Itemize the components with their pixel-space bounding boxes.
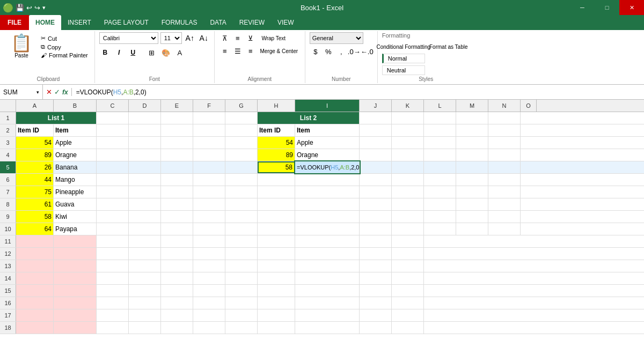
cell-g7[interactable] bbox=[225, 186, 258, 198]
cell-e15[interactable] bbox=[161, 285, 193, 297]
tab-file[interactable]: FILE bbox=[0, 15, 29, 30]
cell-e17[interactable] bbox=[161, 309, 193, 321]
tab-insert[interactable]: INSERT bbox=[61, 15, 98, 30]
cell-d4[interactable] bbox=[129, 149, 161, 161]
cell-l10[interactable] bbox=[424, 223, 456, 235]
cell-i6[interactable] bbox=[295, 174, 360, 186]
increase-decimal-btn[interactable]: .0→ bbox=[348, 46, 360, 57]
cell-c16[interactable] bbox=[97, 297, 129, 309]
window-controls[interactable]: ─ □ ✕ bbox=[570, 0, 644, 15]
cell-k6[interactable] bbox=[392, 174, 424, 186]
copy-button[interactable]: ⧉ Copy bbox=[39, 43, 90, 51]
cell-f7[interactable] bbox=[193, 186, 225, 198]
cell-g3[interactable] bbox=[225, 137, 258, 149]
cell-f11[interactable] bbox=[193, 235, 225, 247]
close-btn[interactable]: ✕ bbox=[619, 0, 644, 15]
cell-b3[interactable]: Apple bbox=[54, 137, 97, 149]
cell-k9[interactable] bbox=[392, 211, 424, 223]
cell-k10[interactable] bbox=[392, 223, 424, 235]
cell-d10[interactable] bbox=[129, 223, 161, 235]
cell-i2[interactable]: Item bbox=[295, 124, 360, 136]
formula-input[interactable]: =VLOOKUP(H5,A:B,2,0) bbox=[72, 88, 644, 96]
cell-f10[interactable] bbox=[193, 223, 225, 235]
cell-i9[interactable] bbox=[295, 211, 360, 223]
col-header-e[interactable]: E bbox=[161, 100, 193, 112]
col-header-h[interactable]: H bbox=[258, 100, 295, 112]
cell-a7[interactable]: 75 bbox=[16, 186, 54, 198]
tab-formulas[interactable]: FORMULAS bbox=[155, 15, 204, 30]
cell-h10[interactable] bbox=[258, 223, 295, 235]
cell-j2[interactable] bbox=[360, 124, 392, 136]
undo-icon[interactable]: ↩ bbox=[26, 4, 32, 12]
cell-c13[interactable] bbox=[97, 260, 129, 272]
cell-h12[interactable] bbox=[258, 248, 295, 260]
comma-btn[interactable]: , bbox=[335, 46, 347, 57]
cell-d11[interactable] bbox=[129, 235, 161, 247]
cell-f15[interactable] bbox=[193, 285, 225, 297]
currency-btn[interactable]: $ bbox=[310, 46, 321, 57]
cell-h11[interactable] bbox=[258, 235, 295, 247]
cell-f9[interactable] bbox=[193, 211, 225, 223]
cell-d9[interactable] bbox=[129, 211, 161, 223]
cell-b4[interactable]: Oragne bbox=[54, 149, 97, 161]
cell-j15[interactable] bbox=[360, 285, 392, 297]
cell-g14[interactable] bbox=[225, 272, 258, 284]
cell-e8[interactable] bbox=[161, 198, 193, 210]
number-format-select[interactable]: General bbox=[310, 32, 363, 44]
cell-j5[interactable] bbox=[360, 161, 392, 173]
cell-k14[interactable] bbox=[392, 272, 424, 284]
more-icon[interactable]: ▾ bbox=[42, 4, 46, 11]
cell-d14[interactable] bbox=[129, 272, 161, 284]
cell-a9[interactable]: 58 bbox=[16, 211, 54, 223]
cell-d16[interactable] bbox=[129, 297, 161, 309]
cell-k18[interactable] bbox=[392, 322, 424, 334]
cell-c2[interactable] bbox=[97, 124, 129, 136]
cell-a3[interactable]: 54 bbox=[16, 137, 54, 149]
col-header-m[interactable]: M bbox=[456, 100, 488, 112]
conditional-formatting-btn[interactable]: Conditional Formatting bbox=[382, 41, 425, 53]
cell-c5[interactable] bbox=[97, 161, 129, 173]
cell-n2[interactable] bbox=[488, 124, 521, 136]
cell-k4[interactable] bbox=[392, 149, 424, 161]
cell-h9[interactable] bbox=[258, 211, 295, 223]
cell-g10[interactable] bbox=[225, 223, 258, 235]
cell-a13[interactable] bbox=[16, 260, 54, 272]
cell-h15[interactable] bbox=[258, 285, 295, 297]
cell-a8[interactable]: 61 bbox=[16, 198, 54, 210]
cell-k8[interactable] bbox=[392, 198, 424, 210]
cell-j13[interactable] bbox=[360, 260, 392, 272]
align-top-btn[interactable]: ⊼ bbox=[219, 32, 231, 44]
cell-g9[interactable] bbox=[225, 211, 258, 223]
cell-k13[interactable] bbox=[392, 260, 424, 272]
cell-d13[interactable] bbox=[129, 260, 161, 272]
cell-i16[interactable] bbox=[295, 297, 360, 309]
cell-a15[interactable] bbox=[16, 285, 54, 297]
cell-a1[interactable]: List 1 bbox=[16, 112, 97, 124]
border-btn[interactable]: ⊞ bbox=[146, 47, 158, 58]
cell-i18[interactable] bbox=[295, 322, 360, 334]
cell-b14[interactable] bbox=[54, 272, 97, 284]
quick-access-toolbar[interactable]: 🟢 💾 ↩ ↪ ▾ bbox=[3, 3, 46, 13]
cell-j10[interactable] bbox=[360, 223, 392, 235]
merge-center-btn[interactable]: Merge & Center bbox=[258, 45, 301, 57]
confirm-formula-btn[interactable]: ✓ bbox=[54, 88, 60, 96]
cell-c11[interactable] bbox=[97, 235, 129, 247]
cell-e10[interactable] bbox=[161, 223, 193, 235]
col-header-i[interactable]: I bbox=[295, 100, 360, 112]
cell-h1[interactable]: List 2 bbox=[258, 112, 360, 124]
fill-color-btn[interactable]: 🎨 bbox=[160, 47, 172, 58]
bold-button[interactable]: B bbox=[99, 47, 111, 58]
cell-j18[interactable] bbox=[360, 322, 392, 334]
cell-i17[interactable] bbox=[295, 309, 360, 321]
cell-n3[interactable] bbox=[488, 137, 521, 149]
cell-k7[interactable] bbox=[392, 186, 424, 198]
cell-f2[interactable] bbox=[193, 124, 225, 136]
cut-button[interactable]: ✂ Cut bbox=[39, 34, 90, 42]
underline-button[interactable]: U bbox=[127, 47, 139, 58]
cell-e18[interactable] bbox=[161, 322, 193, 334]
cell-c1[interactable] bbox=[97, 112, 129, 124]
cell-h13[interactable] bbox=[258, 260, 295, 272]
name-box[interactable]: SUM ▾ bbox=[0, 85, 43, 99]
cell-a6[interactable]: 44 bbox=[16, 174, 54, 186]
cell-j14[interactable] bbox=[360, 272, 392, 284]
